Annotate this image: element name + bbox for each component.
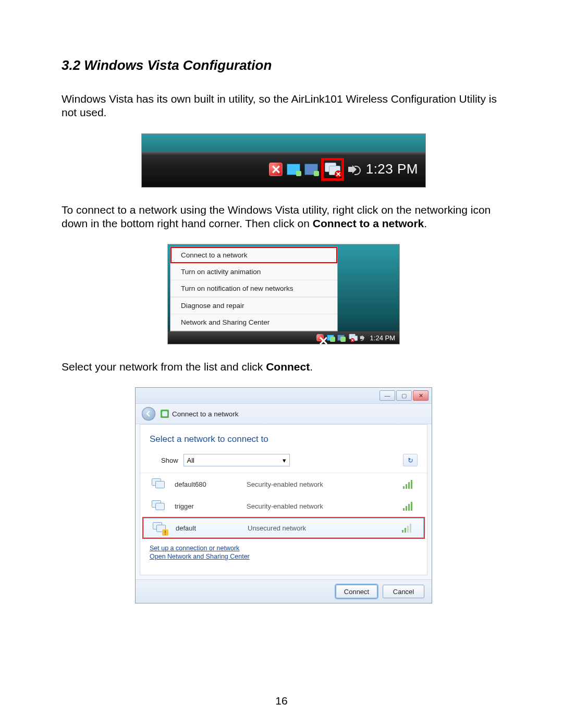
signal-strength-icon bbox=[402, 523, 414, 533]
security-shield-icon[interactable] bbox=[268, 162, 284, 177]
show-dropdown-value: All bbox=[187, 456, 194, 464]
paragraph-2: To connect to a network using the Window… bbox=[62, 203, 506, 231]
network-adapter-warn-icon: ! bbox=[153, 522, 166, 534]
mini-volume-icon[interactable] bbox=[358, 334, 366, 342]
figure-context-menu: Connect to a network Turn on activity an… bbox=[62, 244, 506, 344]
network-item-selected[interactable]: ! default Unsecured network bbox=[142, 517, 425, 539]
network-name: default680 bbox=[175, 480, 237, 488]
menu-item-diagnose[interactable]: Diagnose and repair bbox=[170, 297, 337, 314]
paragraph-3: Select your network from the list and cl… bbox=[62, 360, 506, 374]
mini-lan-icon[interactable] bbox=[326, 334, 335, 342]
mini-misc-icon[interactable] bbox=[337, 334, 345, 342]
back-button[interactable] bbox=[142, 407, 155, 421]
document-page: 3.2 Windows Vista Configuration Windows … bbox=[0, 0, 563, 728]
network-item[interactable]: default680 Security-enabled network bbox=[140, 473, 427, 495]
maximize-button[interactable]: ▢ bbox=[396, 390, 412, 401]
network-security: Security-enabled network bbox=[247, 480, 394, 488]
connect-button[interactable]: Connect bbox=[336, 585, 377, 598]
network-security: Security-enabled network bbox=[247, 502, 394, 510]
menu-item-notification[interactable]: Turn on notification of new networks bbox=[170, 280, 337, 297]
prompt-text: Select a network to connect to bbox=[150, 434, 418, 445]
chevron-down-icon: ▾ bbox=[283, 456, 286, 464]
misc-tray-icon[interactable] bbox=[303, 162, 319, 177]
window-nav-bar: Connect to a network bbox=[136, 404, 432, 424]
footer-links: Set up a connection or network Open Netw… bbox=[150, 545, 418, 560]
mini-clock[interactable]: 1:24 PM bbox=[370, 334, 395, 342]
network-adapter-icon bbox=[152, 500, 165, 512]
window-control-group: — ▢ ✕ bbox=[380, 390, 429, 401]
paragraph-2-bold: Connect to a network bbox=[313, 217, 424, 229]
show-dropdown[interactable]: All ▾ bbox=[183, 454, 290, 466]
cancel-button[interactable]: Cancel bbox=[383, 585, 424, 598]
refresh-button[interactable]: ↻ bbox=[403, 454, 418, 466]
context-menu-screenshot: Connect to a network Turn on activity an… bbox=[167, 244, 400, 344]
network-name: trigger bbox=[175, 502, 237, 510]
mini-network-icon[interactable] bbox=[347, 334, 356, 342]
refresh-icon: ↻ bbox=[408, 456, 413, 464]
paragraph-3-bold: Connect bbox=[266, 361, 310, 373]
taskbar: 1:23 PM bbox=[142, 152, 425, 187]
window-titlebar[interactable]: — ▢ ✕ bbox=[136, 388, 432, 404]
figure-connect-window: — ▢ ✕ Connect to a network Select a netw… bbox=[62, 387, 506, 603]
figure-taskbar: 1:23 PM bbox=[62, 133, 506, 188]
vista-desktop-strip: 1:23 PM bbox=[141, 133, 426, 188]
signal-strength-icon bbox=[403, 479, 415, 489]
link-open-sharing-center[interactable]: Open Network and Sharing Center bbox=[150, 553, 418, 560]
network-context-menu: Connect to a network Turn on activity an… bbox=[170, 246, 338, 331]
paragraph-3-text-a: Select your network from the list and cl… bbox=[62, 361, 266, 373]
network-list: default680 Security-enabled network trig… bbox=[140, 473, 427, 539]
paragraph-1: Windows Vista has its own built in utili… bbox=[62, 92, 506, 120]
lan-icon[interactable] bbox=[286, 162, 301, 177]
network-item[interactable]: trigger Security-enabled network bbox=[140, 495, 427, 517]
network-globe-icon bbox=[161, 410, 169, 418]
paragraph-3-text-c: . bbox=[310, 361, 313, 373]
menu-item-connect[interactable]: Connect to a network bbox=[170, 247, 337, 263]
window-title: Connect to a network bbox=[161, 410, 239, 418]
network-name: default bbox=[176, 524, 238, 532]
show-label: Show bbox=[161, 456, 178, 464]
link-setup-connection[interactable]: Set up a connection or network bbox=[150, 545, 418, 552]
menu-item-activity-anim[interactable]: Turn on activity animation bbox=[170, 263, 337, 280]
mini-taskbar: 1:24 PM bbox=[168, 331, 399, 344]
mini-shield-icon[interactable] bbox=[316, 334, 324, 342]
window-title-text: Connect to a network bbox=[172, 410, 239, 418]
window-footer: Connect Cancel bbox=[136, 579, 432, 603]
section-heading: 3.2 Windows Vista Configuration bbox=[62, 57, 506, 73]
volume-icon[interactable] bbox=[346, 162, 362, 177]
minimize-button[interactable]: — bbox=[380, 390, 395, 401]
back-arrow-icon bbox=[145, 410, 152, 417]
connect-network-window: — ▢ ✕ Connect to a network Select a netw… bbox=[135, 387, 432, 603]
network-icon-highlighted[interactable] bbox=[321, 158, 344, 181]
paragraph-2-text-c: . bbox=[424, 217, 427, 229]
page-number: 16 bbox=[275, 695, 287, 707]
menu-item-sharing-center[interactable]: Network and Sharing Center bbox=[170, 314, 337, 331]
tray-icon-group bbox=[268, 158, 362, 181]
network-adapter-icon bbox=[152, 478, 165, 490]
show-filter-row: Show All ▾ ↻ bbox=[161, 454, 418, 466]
signal-strength-icon bbox=[403, 501, 415, 511]
window-body: Select a network to connect to Show All … bbox=[140, 424, 427, 575]
network-security: Unsecured network bbox=[248, 524, 393, 532]
taskbar-clock[interactable]: 1:23 PM bbox=[366, 161, 418, 177]
close-button[interactable]: ✕ bbox=[413, 390, 429, 401]
